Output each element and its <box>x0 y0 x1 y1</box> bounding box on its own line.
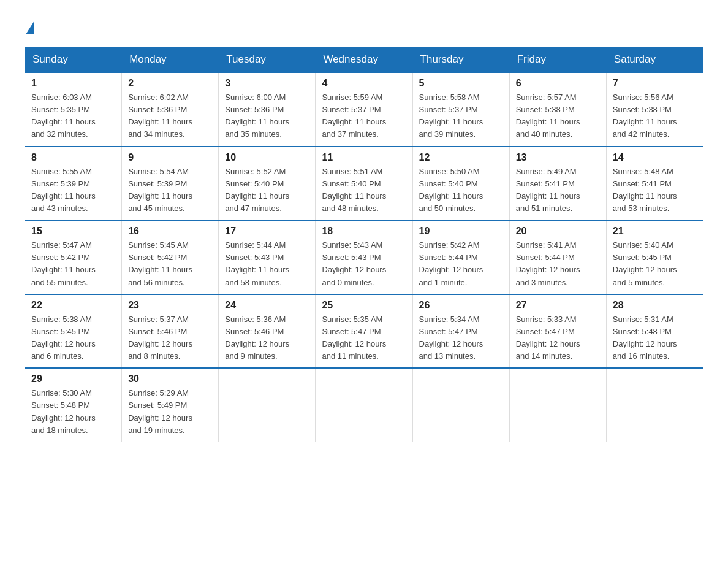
day-number: 13 <box>516 152 600 163</box>
day-info: Sunrise: 6:02 AMSunset: 5:36 PMDaylight:… <box>128 93 192 139</box>
week-row-1: 1 Sunrise: 6:03 AMSunset: 5:35 PMDayligh… <box>25 72 703 147</box>
calendar-cell: 11 Sunrise: 5:51 AMSunset: 5:40 PMDaylig… <box>316 147 412 221</box>
day-number: 25 <box>322 300 406 311</box>
header-day-wednesday: Wednesday <box>316 47 412 73</box>
header-day-thursday: Thursday <box>412 47 509 73</box>
day-number: 20 <box>516 226 600 237</box>
day-info: Sunrise: 5:40 AMSunset: 5:45 PMDaylight:… <box>613 240 677 286</box>
calendar-body: 1 Sunrise: 6:03 AMSunset: 5:35 PMDayligh… <box>25 72 703 442</box>
logo <box>25 18 34 34</box>
day-number: 7 <box>613 78 697 89</box>
calendar-cell: 3 Sunrise: 6:00 AMSunset: 5:36 PMDayligh… <box>219 72 316 147</box>
day-number: 6 <box>516 78 600 89</box>
calendar-cell: 10 Sunrise: 5:52 AMSunset: 5:40 PMDaylig… <box>219 147 316 221</box>
day-info: Sunrise: 5:58 AMSunset: 5:37 PMDaylight:… <box>419 93 483 139</box>
day-number: 21 <box>613 226 697 237</box>
calendar-cell: 14 Sunrise: 5:48 AMSunset: 5:41 PMDaylig… <box>606 147 703 221</box>
calendar-table: SundayMondayTuesdayWednesdayThursdayFrid… <box>25 47 703 442</box>
calendar-cell: 21 Sunrise: 5:40 AMSunset: 5:45 PMDaylig… <box>606 220 703 294</box>
day-info: Sunrise: 5:42 AMSunset: 5:44 PMDaylight:… <box>419 240 483 286</box>
calendar-cell <box>412 368 509 442</box>
day-info: Sunrise: 5:29 AMSunset: 5:49 PMDaylight:… <box>128 388 192 434</box>
day-number: 29 <box>31 373 115 385</box>
page-header <box>25 18 703 34</box>
calendar-cell: 22 Sunrise: 5:38 AMSunset: 5:45 PMDaylig… <box>25 294 122 369</box>
day-info: Sunrise: 5:57 AMSunset: 5:38 PMDaylight:… <box>516 93 580 139</box>
calendar-cell: 23 Sunrise: 5:37 AMSunset: 5:46 PMDaylig… <box>122 294 219 369</box>
day-info: Sunrise: 5:41 AMSunset: 5:44 PMDaylight:… <box>516 240 580 286</box>
header-day-sunday: Sunday <box>25 47 122 73</box>
calendar-cell: 17 Sunrise: 5:44 AMSunset: 5:43 PMDaylig… <box>219 220 316 294</box>
header-day-saturday: Saturday <box>606 47 703 73</box>
day-info: Sunrise: 5:34 AMSunset: 5:47 PMDaylight:… <box>419 315 483 361</box>
day-number: 19 <box>419 226 503 237</box>
calendar-cell: 6 Sunrise: 5:57 AMSunset: 5:38 PMDayligh… <box>509 72 606 147</box>
calendar-cell: 28 Sunrise: 5:31 AMSunset: 5:48 PMDaylig… <box>606 294 703 369</box>
day-number: 24 <box>225 300 309 311</box>
day-number: 28 <box>613 300 697 311</box>
day-info: Sunrise: 5:49 AMSunset: 5:41 PMDaylight:… <box>516 167 580 213</box>
calendar-cell: 25 Sunrise: 5:35 AMSunset: 5:47 PMDaylig… <box>316 294 412 369</box>
day-info: Sunrise: 6:03 AMSunset: 5:35 PMDaylight:… <box>31 93 96 139</box>
calendar-cell: 4 Sunrise: 5:59 AMSunset: 5:37 PMDayligh… <box>316 72 412 147</box>
calendar-cell <box>509 368 606 442</box>
day-number: 8 <box>31 152 115 163</box>
calendar-cell: 8 Sunrise: 5:55 AMSunset: 5:39 PMDayligh… <box>25 147 122 221</box>
day-number: 11 <box>322 152 406 163</box>
day-info: Sunrise: 5:54 AMSunset: 5:39 PMDaylight:… <box>128 167 192 213</box>
calendar-cell: 27 Sunrise: 5:33 AMSunset: 5:47 PMDaylig… <box>509 294 606 369</box>
day-number: 18 <box>322 226 406 237</box>
day-info: Sunrise: 5:55 AMSunset: 5:39 PMDaylight:… <box>31 167 96 213</box>
logo-triangle-icon <box>26 21 34 34</box>
calendar-cell: 15 Sunrise: 5:47 AMSunset: 5:42 PMDaylig… <box>25 220 122 294</box>
day-number: 15 <box>31 226 115 237</box>
day-number: 2 <box>128 78 212 89</box>
day-number: 1 <box>31 78 115 89</box>
day-number: 4 <box>322 78 406 89</box>
calendar-cell: 26 Sunrise: 5:34 AMSunset: 5:47 PMDaylig… <box>412 294 509 369</box>
calendar-cell: 13 Sunrise: 5:49 AMSunset: 5:41 PMDaylig… <box>509 147 606 221</box>
day-number: 3 <box>225 78 309 89</box>
day-info: Sunrise: 5:51 AMSunset: 5:40 PMDaylight:… <box>322 167 386 213</box>
day-info: Sunrise: 5:47 AMSunset: 5:42 PMDaylight:… <box>31 240 96 286</box>
day-info: Sunrise: 5:44 AMSunset: 5:43 PMDaylight:… <box>225 240 289 286</box>
week-row-5: 29 Sunrise: 5:30 AMSunset: 5:48 PMDaylig… <box>25 368 703 442</box>
header-row: SundayMondayTuesdayWednesdayThursdayFrid… <box>25 47 703 73</box>
week-row-4: 22 Sunrise: 5:38 AMSunset: 5:45 PMDaylig… <box>25 294 703 369</box>
calendar-cell: 30 Sunrise: 5:29 AMSunset: 5:49 PMDaylig… <box>122 368 219 442</box>
calendar-cell: 18 Sunrise: 5:43 AMSunset: 5:43 PMDaylig… <box>316 220 412 294</box>
calendar-cell: 16 Sunrise: 5:45 AMSunset: 5:42 PMDaylig… <box>122 220 219 294</box>
day-info: Sunrise: 5:37 AMSunset: 5:46 PMDaylight:… <box>128 315 192 361</box>
day-number: 22 <box>31 300 115 311</box>
day-info: Sunrise: 5:45 AMSunset: 5:42 PMDaylight:… <box>128 240 192 286</box>
calendar-cell <box>316 368 412 442</box>
header-day-tuesday: Tuesday <box>219 47 316 73</box>
day-number: 27 <box>516 300 600 311</box>
day-number: 23 <box>128 300 212 311</box>
week-row-2: 8 Sunrise: 5:55 AMSunset: 5:39 PMDayligh… <box>25 147 703 221</box>
calendar-cell: 19 Sunrise: 5:42 AMSunset: 5:44 PMDaylig… <box>412 220 509 294</box>
day-info: Sunrise: 5:30 AMSunset: 5:48 PMDaylight:… <box>31 388 96 434</box>
calendar-cell <box>219 368 316 442</box>
calendar-cell: 7 Sunrise: 5:56 AMSunset: 5:38 PMDayligh… <box>606 72 703 147</box>
day-number: 30 <box>128 373 212 385</box>
day-info: Sunrise: 5:38 AMSunset: 5:45 PMDaylight:… <box>31 315 96 361</box>
day-info: Sunrise: 5:33 AMSunset: 5:47 PMDaylight:… <box>516 315 580 361</box>
calendar-cell <box>606 368 703 442</box>
day-info: Sunrise: 5:43 AMSunset: 5:43 PMDaylight:… <box>322 240 386 286</box>
day-number: 10 <box>225 152 309 163</box>
day-info: Sunrise: 5:59 AMSunset: 5:37 PMDaylight:… <box>322 93 386 139</box>
day-info: Sunrise: 5:50 AMSunset: 5:40 PMDaylight:… <box>419 167 483 213</box>
calendar-header: SundayMondayTuesdayWednesdayThursdayFrid… <box>25 47 703 73</box>
day-info: Sunrise: 5:36 AMSunset: 5:46 PMDaylight:… <box>225 315 289 361</box>
day-number: 14 <box>613 152 697 163</box>
day-info: Sunrise: 5:48 AMSunset: 5:41 PMDaylight:… <box>613 167 677 213</box>
calendar-cell: 1 Sunrise: 6:03 AMSunset: 5:35 PMDayligh… <box>25 72 122 147</box>
day-info: Sunrise: 5:31 AMSunset: 5:48 PMDaylight:… <box>613 315 677 361</box>
day-info: Sunrise: 6:00 AMSunset: 5:36 PMDaylight:… <box>225 93 289 139</box>
day-number: 9 <box>128 152 212 163</box>
calendar-cell: 20 Sunrise: 5:41 AMSunset: 5:44 PMDaylig… <box>509 220 606 294</box>
calendar-cell: 9 Sunrise: 5:54 AMSunset: 5:39 PMDayligh… <box>122 147 219 221</box>
day-info: Sunrise: 5:35 AMSunset: 5:47 PMDaylight:… <box>322 315 386 361</box>
calendar-cell: 5 Sunrise: 5:58 AMSunset: 5:37 PMDayligh… <box>412 72 509 147</box>
